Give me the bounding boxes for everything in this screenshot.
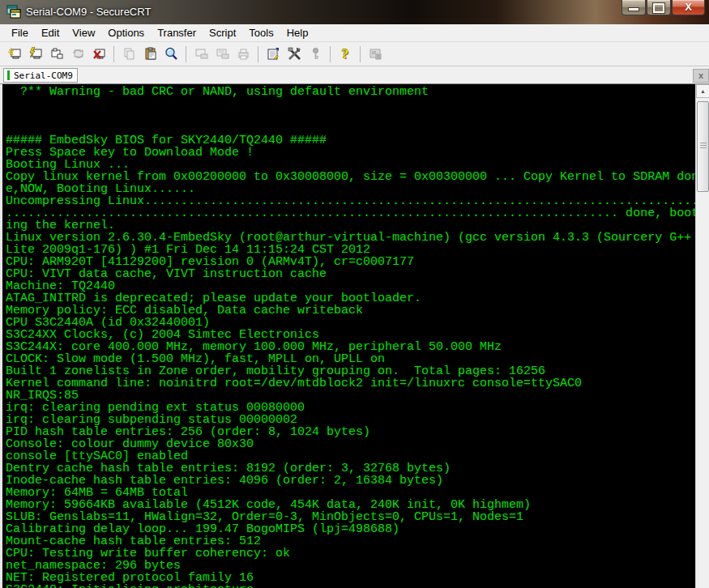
reconnect-icon — [71, 47, 85, 61]
terminal-line: Calibrating delay loop... 199.47 BogoMIP… — [6, 523, 695, 535]
terminal-line: SLUB: Genslabs=11, HWalign=32, Order=0-3… — [6, 511, 695, 523]
terminal-line — [6, 122, 695, 134]
terminal-line: PID hash table entries: 256 (order: 8, 1… — [6, 426, 695, 438]
connect-icon — [29, 47, 43, 61]
toolbar-separator — [113, 46, 114, 62]
terminal-line: Memory: 59664KB available (4512K code, 4… — [6, 499, 695, 511]
menu-item-edit[interactable]: Edit — [35, 25, 66, 40]
app-icon — [6, 5, 21, 19]
vertical-scrollbar[interactable]: ▲ — [695, 84, 709, 588]
minimize-icon — [628, 7, 639, 11]
toolbar-separator — [360, 46, 361, 62]
menu-item-transfer[interactable]: Transfer — [151, 25, 203, 40]
menu-item-script[interactable]: Script — [203, 25, 242, 40]
terminal-line — [6, 98, 695, 110]
terminal-line: Kernel command line: noinitrd root=/dev/… — [6, 377, 695, 390]
menu-item-file[interactable]: File — [5, 25, 35, 40]
copy-icon — [122, 47, 136, 61]
find-icon — [164, 47, 178, 61]
disconnect-icon — [92, 47, 106, 61]
quick-connect-icon — [8, 47, 22, 61]
terminal-line: Machine: TQ2440 — [6, 280, 695, 292]
global-options-icon — [288, 47, 301, 61]
window-title: Serial-COM9 - SecureCRT — [26, 6, 151, 18]
copy-button — [119, 45, 139, 64]
key-icon — [309, 47, 322, 61]
close-icon: X — [685, 1, 692, 13]
terminal-line: Dentry cache hash table entries: 8192 (o… — [6, 462, 695, 475]
terminal-line: ?** Warning - bad CRC or NAND, using def… — [6, 86, 695, 98]
connect-in-tab-button[interactable] — [47, 45, 66, 64]
tab-serial-com9[interactable]: Serial-COM9 — [3, 68, 78, 83]
terminal-line: net_namespace: 296 bytes — [6, 560, 695, 572]
terminal-line: e,NOW, Booting Linux...... — [6, 183, 695, 195]
terminal-line: CPU: Testing write buffer coherency: ok — [6, 548, 695, 560]
terminal-output[interactable]: ?** Warning - bad CRC or NAND, using def… — [0, 84, 695, 588]
connect-in-tab-icon — [50, 47, 64, 61]
terminal-line: Memory policy: ECC disabled, Data cache … — [6, 305, 695, 317]
terminal-line: S3C24XX Clocks, (c) 2004 Simtec Electron… — [6, 329, 695, 341]
paste-icon — [143, 47, 157, 61]
terminal-line: NR_IRQS:85 — [6, 390, 695, 402]
menu-item-view[interactable]: View — [66, 25, 101, 40]
terminal-line: Inode-cache hash table entries: 4096 (or… — [6, 475, 695, 487]
terminal-line: Copy linux kernel from 0x00200000 to 0x3… — [6, 171, 695, 183]
terminal-line: Linux version 2.6.30.4-EmbedSky (root@ar… — [6, 232, 695, 244]
print-selection-button — [212, 45, 232, 64]
session-options-button[interactable] — [263, 45, 283, 64]
terminal-line: irq: clearing subpending status 00000002 — [6, 414, 695, 426]
keymap-editor-button: B — [365, 45, 385, 64]
terminal-line: Lite 2009q1-176) ) #1 Fri Dec 14 11:15:2… — [6, 244, 695, 256]
print-screen-icon — [194, 47, 208, 61]
terminal-line: Console: colour dummy device 80x30 — [6, 438, 695, 450]
scroll-up-button[interactable]: ▲ — [696, 84, 709, 98]
scrollbar-grip — [700, 143, 707, 143]
terminal-line — [6, 110, 695, 122]
minimize-button[interactable] — [621, 0, 646, 15]
print-screen-button — [191, 45, 211, 64]
tab-bar: Serial-COM9 x — [0, 66, 709, 84]
toolbar: ? B — [0, 42, 709, 66]
terminal-line: irq: clearing pending ext status 0008000… — [6, 402, 695, 414]
terminal-line: CPU S3C2440A (id 0x32440001) — [6, 317, 695, 329]
terminal-line: console [ttySAC0] enabled — [6, 450, 695, 462]
menu-bar: FileEditViewOptionsTransferScriptToolsHe… — [0, 24, 709, 42]
paste-button[interactable] — [140, 45, 160, 64]
print-selection-icon — [216, 47, 229, 61]
terminal-line: Booting Linux ... — [6, 159, 695, 171]
quick-connect-button[interactable] — [5, 45, 24, 64]
disconnect-button[interactable] — [89, 45, 109, 64]
scrollbar-thumb[interactable] — [697, 101, 709, 192]
terminal-line: S3C244X: core 400.000 MHz, memory 100.00… — [6, 341, 695, 353]
reconnect-button — [68, 45, 88, 64]
print-button — [233, 45, 253, 64]
toolbar-separator — [330, 46, 331, 62]
tab-connected-indicator — [7, 70, 10, 80]
terminal-line: ##### EmbedSky BIOS for SKY2440/TQ2440 #… — [6, 134, 695, 147]
tab-label: Serial-COM9 — [14, 70, 73, 81]
global-options-button[interactable] — [284, 45, 304, 64]
menu-item-tools[interactable]: Tools — [242, 25, 280, 40]
terminal-line: Mount-cache hash table entries: 512 — [6, 535, 695, 548]
connect-button[interactable] — [26, 45, 45, 64]
title-bar[interactable]: Serial-COM9 - SecureCRT X — [0, 0, 709, 25]
find-button[interactable] — [161, 45, 181, 64]
maximize-button[interactable] — [647, 0, 671, 15]
securecrt-window: Serial-COM9 - SecureCRT X FileEditViewOp… — [0, 0, 709, 588]
toolbar-separator — [258, 46, 258, 62]
tab-close-button[interactable]: x — [693, 69, 709, 83]
keymap-editor-icon: B — [369, 47, 382, 61]
terminal-line: Press Space key to Download Mode ! — [6, 147, 695, 159]
help-button[interactable]: ? — [335, 45, 355, 64]
terminal-line: S3C2440: Initialising architecture — [6, 584, 695, 588]
menu-item-help[interactable]: Help — [280, 25, 315, 40]
menu-item-options[interactable]: Options — [101, 25, 151, 40]
close-button[interactable]: X — [672, 0, 705, 15]
terminal-line: NET: Registered protocol family 16 — [6, 572, 695, 584]
terminal-line: Memory: 64MB = 64MB total — [6, 487, 695, 499]
print-icon — [237, 47, 250, 61]
terminal-line: CPU: VIVT data cache, VIVT instruction c… — [6, 268, 695, 280]
toolbar-separator — [186, 46, 186, 62]
terminal-line: CLOCK: Slow mode (1.500 MHz), fast, MPLL… — [6, 353, 695, 365]
terminal-line: CPU: ARM920T [41129200] revision 0 (ARMv… — [6, 256, 695, 268]
